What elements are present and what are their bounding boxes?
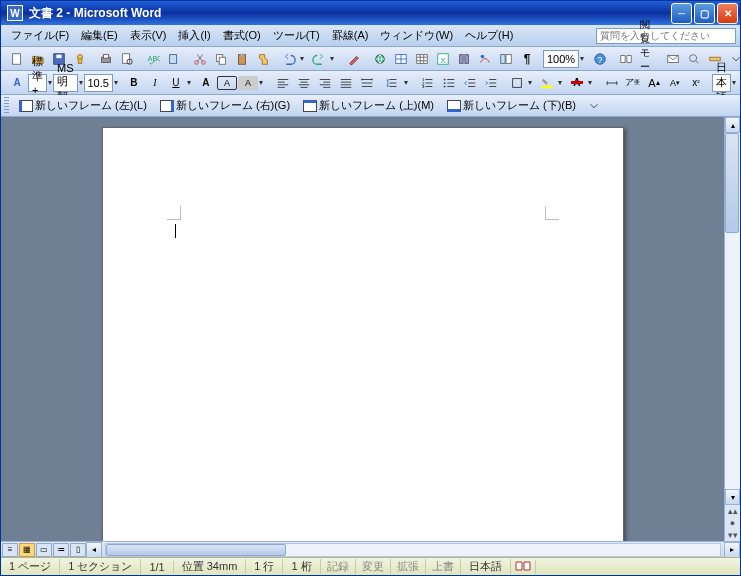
hyperlink-icon[interactable] [370, 49, 390, 69]
help-search-input[interactable] [596, 28, 736, 44]
research-icon[interactable] [164, 49, 184, 69]
menu-table[interactable]: 罫線(A) [326, 26, 375, 45]
font-dropdown[interactable]: ▾ [79, 78, 83, 87]
character-shading-icon[interactable]: A [238, 76, 258, 90]
insert-table-icon[interactable] [412, 49, 432, 69]
spellcheck-icon[interactable]: ABC [143, 49, 163, 69]
frames-options-icon[interactable] [584, 96, 604, 116]
normal-view-icon[interactable]: ≡ [2, 543, 18, 557]
tables-borders-icon[interactable] [391, 49, 411, 69]
scroll-left-icon[interactable]: ◂ [86, 542, 102, 558]
close-toolbar-icon[interactable] [726, 49, 741, 69]
status-book-icon[interactable] [511, 560, 536, 574]
new-frame-left-button[interactable]: 新しいフレーム (左)(L) [14, 96, 152, 115]
scroll-right-icon[interactable]: ▸ [724, 542, 740, 558]
style-dropdown[interactable]: ▾ [48, 78, 52, 87]
menu-edit[interactable]: 編集(E) [75, 26, 124, 45]
font-color-dropdown[interactable]: ▾ [588, 78, 596, 87]
spacing-dropdown[interactable]: ▾ [404, 78, 412, 87]
language-combo[interactable]: 日本語 [712, 74, 731, 92]
decrease-indent-icon[interactable] [460, 73, 480, 93]
menu-file[interactable]: ファイル(F) [5, 26, 75, 45]
minimize-button[interactable]: ─ [671, 3, 692, 24]
highlight-icon[interactable] [537, 73, 557, 93]
character-border-icon[interactable]: A [217, 76, 237, 90]
ink-icon[interactable] [344, 49, 364, 69]
hscroll-thumb[interactable] [106, 544, 286, 556]
underline-dropdown[interactable]: ▾ [187, 78, 195, 87]
toolbar-options-icon[interactable] [737, 73, 741, 93]
vertical-scrollbar[interactable]: ▴ ▾ ▴▴ ● ▾▾ [724, 117, 740, 541]
superscript-icon[interactable]: x² [686, 73, 706, 93]
phonetic-icon[interactable]: ア亜 [623, 73, 643, 93]
menu-insert[interactable]: 挿入(I) [172, 26, 216, 45]
underline-icon[interactable]: U [166, 73, 186, 93]
reading-mode-button[interactable]: 閲覧モード(R) [637, 49, 657, 69]
print-icon[interactable] [96, 49, 116, 69]
bold-icon[interactable]: B [124, 73, 144, 93]
read-mode-icon[interactable] [616, 49, 636, 69]
grow-font-icon[interactable]: A▴ [644, 73, 664, 93]
fit-text-icon[interactable] [602, 73, 622, 93]
distributed-icon[interactable] [357, 73, 377, 93]
menu-tools[interactable]: ツール(T) [267, 26, 326, 45]
find-icon[interactable] [684, 49, 704, 69]
page[interactable] [102, 127, 624, 541]
paste-icon[interactable] [232, 49, 252, 69]
undo-dropdown[interactable]: ▾ [300, 54, 308, 63]
zoom-dropdown[interactable]: ▾ [580, 54, 584, 63]
vscroll-track[interactable] [725, 133, 740, 489]
justify-icon[interactable] [336, 73, 356, 93]
cut-icon[interactable] [190, 49, 210, 69]
document-area[interactable] [1, 117, 724, 541]
columns-icon[interactable] [454, 49, 474, 69]
next-page-icon[interactable]: ▾▾ [725, 529, 740, 541]
scroll-down-icon[interactable]: ▾ [725, 489, 740, 505]
line-spacing-icon[interactable] [383, 73, 403, 93]
italic-icon[interactable]: I [145, 73, 165, 93]
print-preview-icon[interactable] [117, 49, 137, 69]
toolbar-grip[interactable] [4, 97, 9, 115]
reading-view-icon[interactable]: ▯ [70, 543, 86, 557]
excel-icon[interactable]: X [433, 49, 453, 69]
zoom-combo[interactable]: 100% [543, 50, 579, 68]
size-dropdown[interactable]: ▾ [114, 78, 118, 87]
prev-page-icon[interactable]: ▴▴ [725, 505, 740, 517]
vscroll-thumb[interactable] [725, 133, 739, 233]
help-icon[interactable]: ? [590, 49, 610, 69]
styles-pane-icon[interactable]: A [7, 73, 27, 93]
status-rec[interactable]: 記録 [321, 559, 356, 574]
new-frame-above-button[interactable]: 新しいフレーム (上)(M) [298, 96, 439, 115]
align-right-icon[interactable] [315, 73, 335, 93]
drawing-icon[interactable] [475, 49, 495, 69]
align-center-icon[interactable] [294, 73, 314, 93]
undo-icon[interactable] [279, 49, 299, 69]
close-button[interactable]: ✕ [717, 3, 738, 24]
menu-window[interactable]: ウィンドウ(W) [374, 26, 459, 45]
maximize-button[interactable]: ▢ [694, 3, 715, 24]
borders-dropdown[interactable]: ▾ [528, 78, 536, 87]
bullets-icon[interactable] [439, 73, 459, 93]
outline-font-icon[interactable]: A [196, 73, 216, 93]
print-view-icon[interactable]: ▭ [36, 543, 52, 557]
new-frame-right-button[interactable]: 新しいフレーム (右)(G) [155, 96, 295, 115]
show-marks-icon[interactable]: ¶ [517, 49, 537, 69]
web-view-icon[interactable]: ▦ [19, 543, 35, 557]
doc-map-icon[interactable] [496, 49, 516, 69]
increase-indent-icon[interactable] [481, 73, 501, 93]
char-shade-dropdown[interactable]: ▾ [259, 78, 267, 87]
redo-dropdown[interactable]: ▾ [330, 54, 338, 63]
status-ovr[interactable]: 上書 [426, 559, 461, 574]
menu-format[interactable]: 書式(O) [217, 26, 267, 45]
new-doc-icon[interactable] [7, 49, 27, 69]
align-left-icon[interactable] [273, 73, 293, 93]
shrink-font-icon[interactable]: A▾ [665, 73, 685, 93]
numbering-icon[interactable]: 123 [418, 73, 438, 93]
copy-icon[interactable] [211, 49, 231, 69]
font-combo[interactable]: MS 明朝 [53, 74, 78, 92]
highlight-dropdown[interactable]: ▾ [558, 78, 566, 87]
lang-dropdown[interactable]: ▾ [732, 78, 736, 87]
style-combo[interactable]: 標準 + 左 [28, 74, 47, 92]
new-frame-below-button[interactable]: 新しいフレーム (下)(B) [442, 96, 581, 115]
menu-view[interactable]: 表示(V) [124, 26, 173, 45]
